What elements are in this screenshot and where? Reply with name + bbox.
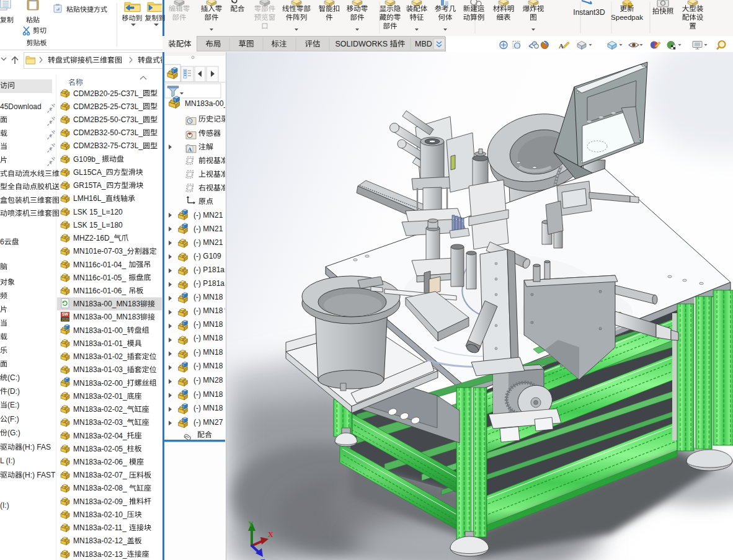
svg-text:MN116c-01-06_: MN116c-01-06_ — [73, 287, 126, 295]
svg-text:(-) MN28: (-) MN28 — [193, 376, 223, 384]
svg-text:(I:): (I:) — [0, 501, 9, 510]
svg-text:(-) MN18: (-) MN18 — [193, 348, 223, 357]
svg-text:(-) MN18: (-) MN18 — [193, 390, 223, 399]
svg-text:(-) MN27: (-) MN27 — [193, 418, 223, 427]
svg-text:(-) MN21: (-) MN21 — [193, 211, 223, 220]
svg-text:(-) MN21: (-) MN21 — [193, 224, 223, 233]
svg-text:MN183a-01-00_: MN183a-01-00_ — [73, 326, 127, 335]
svg-text:CDM2B25-25-C73L_: CDM2B25-25-C73L_ — [73, 102, 143, 111]
svg-text:A: A — [559, 42, 564, 50]
svg-text:MN183a-01-03_: MN183a-01-03_ — [73, 365, 127, 374]
svg-text:2020: 2020 — [61, 318, 69, 321]
svg-text:MN183a-01-01_: MN183a-01-01_ — [73, 339, 127, 348]
svg-text:GR15TA_: GR15TA_ — [73, 181, 106, 190]
svg-text:L (I:): L (I:) — [0, 456, 15, 465]
svg-text:MN183a-02-09_: MN183a-02-09_ — [73, 497, 127, 506]
svg-text:(-) MN18: (-) MN18 — [193, 404, 223, 412]
svg-text:CDM2B32-50-C73L_: CDM2B32-50-C73L_ — [73, 128, 143, 137]
svg-text:MN183a-02-03_: MN183a-02-03_ — [73, 418, 127, 427]
svg-text:(D:): (D:) — [7, 387, 20, 396]
svg-text:(-) MN18: (-) MN18 — [193, 362, 223, 370]
svg-text:(-) MN18: (-) MN18 — [193, 334, 223, 342]
svg-text:MN183a-02-13_: MN183a-02-13_ — [73, 550, 127, 559]
svg-text:45Download: 45Download — [0, 102, 42, 111]
svg-text:(H:) FAS: (H:) FAS — [22, 443, 51, 451]
svg-text:MN183a-02-07_: MN183a-02-07_ — [73, 471, 127, 479]
svg-text:(-) MN21: (-) MN21 — [193, 238, 223, 247]
svg-text:LSK 15_L=180: LSK 15_L=180 — [73, 221, 123, 229]
svg-text:MN183a-02-11_: MN183a-02-11_ — [73, 523, 127, 532]
svg-text:(E:): (E:) — [7, 401, 19, 409]
svg-text:MN183a-02-12_: MN183a-02-12_ — [73, 536, 127, 545]
svg-text:MN183a-01-02_: MN183a-01-02_ — [73, 352, 127, 361]
svg-text:MN183a-02-06_: MN183a-02-06_ — [73, 458, 127, 466]
svg-text:MN183a-02-05_: MN183a-02-05_ — [73, 445, 127, 453]
svg-text:(C:): (C:) — [7, 373, 20, 382]
svg-text:CDM2B20-25-C37L_: CDM2B20-25-C37L_ — [73, 89, 143, 98]
svg-text:GL15CA_: GL15CA_ — [73, 168, 106, 177]
svg-text:Speedpak: Speedpak — [611, 14, 643, 21]
svg-text:LMH16L_: LMH16L_ — [73, 194, 105, 203]
svg-text:MN101e-07-03_: MN101e-07-03_ — [73, 247, 127, 256]
svg-text:MN183a-02-01_: MN183a-02-01_ — [73, 392, 127, 401]
svg-text:(-) P181a: (-) P181a — [193, 279, 224, 288]
svg-text:MN116c-01-05_: MN116c-01-05_ — [73, 273, 126, 282]
svg-text:MN183a-02-08_: MN183a-02-08_ — [73, 484, 127, 492]
svg-text:(-) G109: (-) G109 — [193, 252, 221, 260]
svg-text:(-) P181a: (-) P181a — [193, 265, 224, 274]
svg-text:MHZ2-16D_: MHZ2-16D_ — [73, 234, 114, 242]
svg-text:MN183a-02-02_: MN183a-02-02_ — [73, 405, 127, 414]
svg-text:(G:): (G:) — [7, 429, 20, 437]
svg-text:(-) MN18: (-) MN18 — [193, 306, 223, 315]
svg-text:A: A — [188, 146, 192, 153]
svg-text:MN183a-02-04_: MN183a-02-04_ — [73, 432, 127, 440]
svg-text:LSK 15_L=120: LSK 15_L=120 — [73, 208, 123, 216]
svg-text:MN183a-00_MN183: MN183a-00_MN183 — [73, 313, 140, 321]
svg-text:MN116c-01-04_: MN116c-01-04_ — [73, 260, 126, 269]
svg-text:Instant3D: Instant3D — [573, 8, 605, 17]
svg-text:6: 6 — [0, 238, 4, 246]
svg-text:MN183a-00_MN183: MN183a-00_MN183 — [73, 300, 140, 308]
svg-text:(-) MN18: (-) MN18 — [193, 320, 223, 329]
svg-text:MN183a-02-00_: MN183a-02-00_ — [73, 379, 127, 388]
svg-text:SW: SW — [62, 312, 69, 316]
svg-text:MN183a-00_: MN183a-00_ — [185, 99, 228, 108]
svg-text:MBD: MBD — [415, 40, 432, 48]
svg-text:CDM2B25-50-C73L_: CDM2B25-50-C73L_ — [73, 115, 143, 124]
svg-text:(H:) FAST: (H:) FAST — [22, 471, 56, 479]
svg-text:SOLIDWORKS: SOLIDWORKS — [335, 40, 388, 48]
svg-text:G109b_: G109b_ — [73, 155, 100, 164]
svg-text:(-) MN18: (-) MN18 — [193, 293, 223, 301]
svg-text:CDM2B32-75-C73L_: CDM2B32-75-C73L_ — [73, 141, 143, 150]
svg-text:MN183a-02-10_: MN183a-02-10_ — [73, 510, 127, 519]
svg-text:(F:): (F:) — [7, 415, 19, 424]
